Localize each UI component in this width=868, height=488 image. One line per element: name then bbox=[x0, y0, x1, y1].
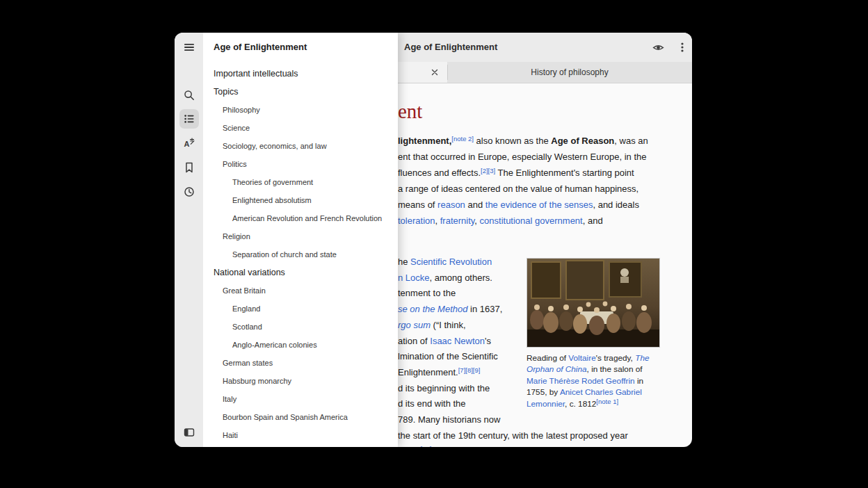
article-text-line: Enlightenment.[7][8][9] bbox=[398, 364, 480, 381]
toggle-sidebar-button[interactable] bbox=[179, 423, 199, 442]
text-segment: The Enlightenment's starting point bbox=[495, 168, 634, 178]
text-segment: Reading of bbox=[527, 353, 568, 363]
reference-link[interactable]: [10] bbox=[421, 445, 432, 447]
text-segment: (“I think, bbox=[431, 320, 466, 330]
article-text-line: lmination of the Scientific bbox=[398, 348, 498, 364]
wiki-link[interactable]: the evidence of the senses bbox=[485, 200, 593, 210]
text-segment: 789. Many historians now bbox=[398, 414, 500, 425]
text-segment: 's bbox=[485, 336, 491, 346]
article-text-line: ent that occurred in Europe, especially … bbox=[398, 149, 646, 165]
toc-item[interactable]: Important intellectuals bbox=[203, 65, 398, 83]
tab-close-button[interactable] bbox=[428, 66, 441, 79]
toc-item[interactable]: Haiti bbox=[203, 426, 398, 444]
eye-button[interactable] bbox=[648, 38, 668, 57]
reference-link[interactable]: [2][3] bbox=[481, 167, 495, 174]
ordered-list-icon bbox=[184, 113, 195, 124]
main-menu-button[interactable] bbox=[179, 38, 199, 57]
tab-close-icon bbox=[431, 69, 438, 76]
text-segment: , and bbox=[583, 215, 603, 226]
toc-item[interactable]: Great Britain bbox=[203, 282, 398, 300]
text-segment: and bbox=[465, 200, 485, 210]
reference-link[interactable]: [7][8][9] bbox=[458, 366, 481, 374]
text-segment: d its beginning with the bbox=[398, 383, 490, 393]
text-segment: Age of Reason bbox=[551, 136, 614, 146]
desktop-background: Age of Enlightenment bbox=[0, 0, 868, 488]
article-text-line: tenment to the bbox=[398, 285, 456, 301]
toc-item[interactable]: England bbox=[203, 300, 398, 318]
toc-item[interactable]: Bourbon Spain and Spanish America bbox=[203, 408, 398, 426]
text-segment: , c. 1812 bbox=[565, 399, 596, 409]
svg-text:A: A bbox=[184, 140, 190, 148]
toc-item[interactable]: Italy bbox=[203, 390, 398, 408]
wiki-link[interactable]: Scientific Revolution bbox=[410, 257, 492, 267]
toc-item[interactable]: Philosophy bbox=[203, 101, 398, 119]
toc-item[interactable]: Science bbox=[203, 119, 398, 137]
reference-link[interactable]: [note 2] bbox=[451, 135, 474, 143]
toc-item[interactable]: Politics bbox=[203, 155, 398, 173]
article-text-line: a range of ideas centered on the value o… bbox=[398, 181, 638, 197]
article-text-line: ation of Isaac Newton's bbox=[398, 333, 491, 349]
toc-item[interactable]: Religion bbox=[203, 227, 398, 245]
text-segment: also known as the bbox=[474, 136, 551, 146]
wiki-link[interactable]: se on the Method bbox=[398, 304, 467, 314]
wiki-link[interactable]: fraternity bbox=[440, 215, 475, 226]
table-of-contents-button[interactable] bbox=[179, 109, 199, 129]
languages-button[interactable]: A bbox=[179, 133, 199, 153]
article-text-line: toleration, fraternity, constitutional g… bbox=[398, 213, 603, 229]
search-icon bbox=[184, 90, 195, 101]
article-text-line: n Locke, among others. bbox=[398, 270, 492, 286]
toc-item[interactable]: Separation of church and state bbox=[203, 245, 398, 263]
history-button[interactable] bbox=[179, 182, 199, 202]
article-text-line: he Scientific Revolution bbox=[398, 254, 492, 270]
bookmark-icon bbox=[184, 162, 195, 173]
bookmarks-button[interactable] bbox=[179, 158, 199, 177]
window-title: Age of Enlightenment bbox=[404, 33, 497, 62]
text-segment: , in the salon of bbox=[587, 364, 643, 374]
wiki-link[interactable]: constitutional government bbox=[480, 215, 583, 226]
toc-item[interactable]: German states bbox=[203, 354, 398, 372]
toc-item[interactable]: Habsburg monarchy bbox=[203, 372, 398, 390]
text-segment: d its end with the bbox=[398, 398, 466, 409]
article-text-line: 1804.[10] bbox=[398, 443, 431, 447]
toc-item[interactable]: Theories of government bbox=[203, 173, 398, 191]
toc-panel: Age of Enlightenment Important intellect… bbox=[203, 33, 398, 447]
search-button[interactable] bbox=[179, 86, 199, 105]
wiki-link[interactable]: n Locke bbox=[398, 273, 430, 283]
article-text-line: d its end with the bbox=[398, 396, 466, 412]
reference-link[interactable]: [note 1] bbox=[596, 398, 618, 405]
tab-label: History of philosophy bbox=[531, 67, 608, 77]
article-text-line: 789. Many historians now bbox=[398, 412, 500, 428]
text-segment: the start of the 19th century, with the … bbox=[398, 430, 628, 441]
text-segment: Enlightenment. bbox=[398, 367, 458, 377]
tab-history-of-philosophy[interactable]: History of philosophy bbox=[447, 62, 692, 83]
article-text-line: fluences and effects.[2][3] The Enlighte… bbox=[398, 165, 634, 181]
toc-panel-title: Age of Enlightenment bbox=[214, 33, 307, 62]
text-segment: , bbox=[435, 215, 440, 226]
wiki-link[interactable]: reason bbox=[437, 200, 465, 210]
wiki-link[interactable]: Voltaire bbox=[568, 353, 595, 363]
text-segment: lightenment, bbox=[398, 136, 451, 146]
wiki-link[interactable]: rgo sum bbox=[398, 320, 431, 330]
sidebar-toggle-icon bbox=[184, 427, 195, 438]
text-segment: tenment to the bbox=[398, 288, 456, 298]
wiki-link[interactable]: toleration bbox=[398, 215, 435, 226]
wiki-link[interactable]: Isaac Newton bbox=[430, 336, 485, 346]
toc-item[interactable]: Sociology, economics, and law bbox=[203, 137, 398, 155]
left-rail: A bbox=[175, 33, 203, 447]
text-segment: , and ideals bbox=[593, 200, 639, 210]
toc-item[interactable]: American Revolution and French Revolutio… bbox=[203, 209, 398, 227]
article-thumbnail: Reading of Voltaire's tragedy, The Orpha… bbox=[527, 258, 660, 410]
menu-button[interactable] bbox=[673, 38, 692, 57]
article-text-line: rgo sum (“I think, bbox=[398, 317, 466, 333]
article-heading: ent bbox=[398, 99, 422, 123]
painting-image[interactable] bbox=[527, 258, 660, 348]
toc-item[interactable]: Topics bbox=[203, 83, 398, 101]
text-segment: means of bbox=[398, 200, 437, 210]
toc-item[interactable]: Scotland bbox=[203, 318, 398, 336]
article-text-line: means of reason and the evidence of the … bbox=[398, 197, 639, 213]
toc-item[interactable]: National variations bbox=[203, 263, 398, 282]
text-segment: lmination of the Scientific bbox=[398, 351, 498, 361]
toc-item[interactable]: Enlightened absolutism bbox=[203, 191, 398, 209]
wiki-link[interactable]: Marie Thérèse Rodet Geoffrin bbox=[527, 376, 635, 386]
toc-item[interactable]: Anglo-American colonies bbox=[203, 336, 398, 354]
